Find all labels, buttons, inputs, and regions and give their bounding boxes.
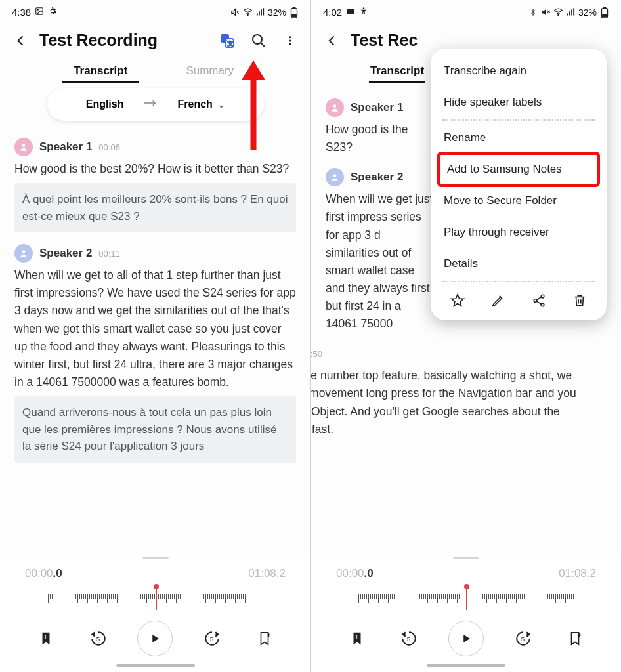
svg-point-21 — [558, 14, 559, 15]
speaker-name: Speaker 2 — [351, 171, 403, 184]
back-button[interactable] — [12, 32, 30, 50]
tabs: Transcript Summary — [0, 55, 310, 84]
svg-point-25 — [333, 104, 337, 108]
status-bar: 4:38 32% — [0, 0, 310, 22]
avatar — [326, 98, 344, 117]
battery-icon — [599, 7, 609, 17]
header: Test Recording A文 — [0, 22, 310, 55]
page-title: Test Recording — [39, 31, 209, 50]
utterance-text[interactable]: When will we get to all of that 1 step f… — [14, 266, 296, 391]
tab-transcript[interactable]: Transcript — [357, 59, 437, 84]
options-menu: Transcribe again Hide speaker labels Ren… — [431, 49, 607, 320]
utterance-text[interactable]: Yet another well the number top feature,… — [311, 367, 592, 438]
utterance-text[interactable]: How good is the best 20%? How is it bett… — [14, 160, 296, 178]
page-title: Test Rec — [351, 31, 609, 50]
svg-point-15 — [22, 250, 26, 253]
menu-add-samsung-notes[interactable]: Add to Samsung Notes — [437, 152, 600, 187]
avatar — [14, 244, 33, 262]
svg-point-10 — [253, 35, 262, 44]
search-icon[interactable] — [250, 32, 267, 49]
share-icon[interactable] — [530, 291, 548, 310]
playhead[interactable] — [466, 587, 467, 610]
player-bar: 00:00.0 01:08.2 1 5 5 — [0, 553, 310, 672]
waveform[interactable] — [0, 585, 310, 612]
back-button[interactable] — [323, 32, 341, 50]
trash-icon[interactable] — [570, 291, 589, 310]
wifi-icon — [553, 7, 563, 17]
home-indicator[interactable] — [427, 664, 505, 667]
svg-point-2 — [247, 14, 248, 15]
add-bookmark-button[interactable] — [251, 625, 278, 652]
speaker-row: Speaker 2 00:11 — [14, 244, 296, 262]
svg-rect-4 — [293, 7, 295, 8]
translation-text: À quel point les meilleurs 20% sont-ils … — [14, 183, 296, 232]
tab-transcript[interactable]: Transcript — [46, 59, 156, 84]
svg-text:5: 5 — [210, 635, 214, 642]
speaker-row: Speaker 1 00:06 — [14, 138, 296, 156]
translate-icon[interactable]: A文 — [219, 32, 236, 49]
menu-hide-speaker-labels[interactable]: Hide speaker labels — [431, 87, 607, 118]
svg-text:1: 1 — [355, 635, 358, 640]
rewind-5-button[interactable]: 5 — [396, 625, 422, 652]
star-icon[interactable] — [448, 291, 467, 310]
time-end: 01:08.2 — [248, 567, 286, 580]
language-selector[interactable]: English French ⌄ — [47, 88, 264, 121]
svg-text:5: 5 — [521, 635, 525, 642]
svg-rect-23 — [603, 7, 606, 8]
utterance-text[interactable]: How good is the S23? — [326, 121, 434, 156]
bluetooth-icon — [528, 7, 538, 17]
utterance-text[interactable]: When will we get just first impress seri… — [326, 190, 434, 333]
play-button[interactable] — [448, 621, 484, 656]
card-icon — [346, 7, 355, 18]
rewind-5-button[interactable]: 5 — [85, 625, 112, 652]
status-time: 4:38 — [12, 7, 31, 18]
avatar — [326, 168, 344, 186]
time-end: 01:08.2 — [559, 567, 596, 580]
phone-left: 4:38 32% Test Recording A文 — [0, 0, 310, 672]
svg-rect-5 — [291, 14, 295, 16]
play-button[interactable] — [137, 621, 173, 656]
gear-icon — [48, 7, 57, 18]
svg-text:5: 5 — [96, 635, 100, 642]
forward-5-button[interactable]: 5 — [510, 625, 536, 652]
menu-transcribe-again[interactable]: Transcribe again — [431, 55, 607, 87]
mute-icon — [230, 7, 240, 17]
drag-handle[interactable] — [142, 556, 169, 559]
svg-point-11 — [289, 36, 291, 38]
drag-handle[interactable] — [453, 556, 479, 559]
signal-icon — [566, 7, 576, 17]
pencil-icon[interactable] — [489, 291, 507, 310]
speaker-name: Speaker 1 — [351, 101, 403, 114]
lang-from: English — [86, 98, 124, 110]
speaker-name: Speaker 2 — [39, 247, 92, 260]
menu-details[interactable]: Details — [431, 248, 607, 280]
timestamp: 00:06 — [98, 142, 120, 152]
avatar — [14, 138, 33, 156]
tab-summary[interactable]: Summary — [156, 59, 265, 84]
svg-rect-19 — [347, 9, 354, 14]
timestamp: 00:50 — [311, 349, 322, 359]
bookmark-button[interactable]: 1 — [344, 625, 370, 652]
mute-icon — [541, 7, 551, 17]
menu-rename[interactable]: Rename — [431, 122, 607, 154]
image-icon — [35, 7, 44, 18]
home-indicator[interactable] — [116, 664, 195, 667]
menu-divider — [442, 119, 595, 121]
accessibility-icon — [359, 7, 368, 18]
waveform[interactable] — [311, 585, 621, 612]
forward-5-button[interactable]: 5 — [199, 625, 225, 652]
phone-right: 4:02 32% Test Rec Transcript Speaker 1 H… — [310, 0, 621, 672]
svg-point-1 — [37, 9, 39, 10]
more-icon[interactable] — [282, 32, 299, 49]
lang-to: French — [177, 98, 212, 110]
wifi-icon — [243, 7, 253, 17]
battery-icon — [289, 7, 299, 17]
bookmark-button[interactable]: 1 — [33, 625, 59, 652]
menu-move-secure-folder[interactable]: Move to Secure Folder — [431, 185, 607, 217]
menu-play-through-receiver[interactable]: Play through receiver — [431, 217, 607, 248]
playhead[interactable] — [156, 587, 157, 610]
arrow-right-icon — [143, 98, 158, 110]
transcript-content: Speaker 1 00:06 How good is the best 20%… — [0, 123, 310, 553]
svg-rect-24 — [602, 14, 606, 16]
add-bookmark-button[interactable] — [562, 625, 588, 652]
